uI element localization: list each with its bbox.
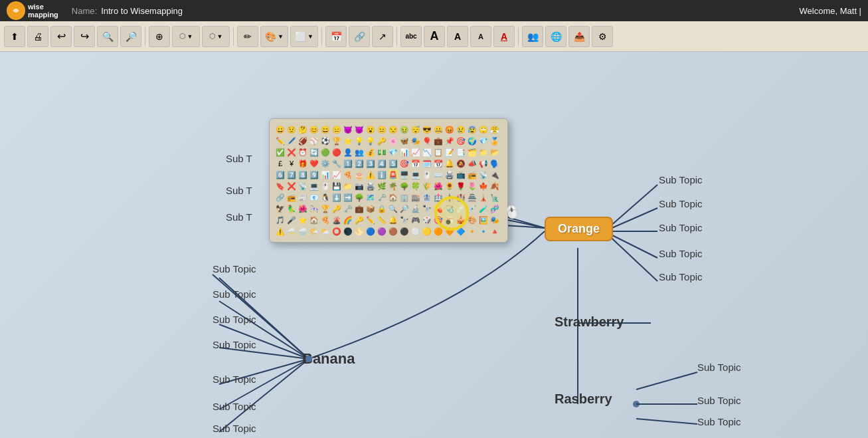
icon-cell[interactable]: 🎤	[286, 215, 297, 225]
icon-cell[interactable]: 🔭	[422, 203, 432, 214]
icon-cell[interactable]: 🌈	[343, 215, 353, 225]
icon-cell[interactable]: 1️⃣	[343, 158, 353, 169]
icon-cell[interactable]: 🔬	[410, 203, 421, 214]
icon-cell[interactable]: ℹ️	[377, 169, 387, 180]
icon-cell[interactable]: 😑	[331, 124, 342, 135]
icon-cell[interactable]: 📑	[456, 147, 466, 158]
icon-cell[interactable]: ⚠️	[365, 169, 376, 180]
icon-cell[interactable]: 🧪	[478, 203, 489, 214]
icon-cell[interactable]: 🌧️	[298, 226, 308, 237]
icon-cell[interactable]: 🤐	[433, 124, 444, 135]
icon-cell[interactable]: 😐	[377, 124, 387, 135]
icon-cell[interactable]: 🗝️	[377, 192, 387, 203]
icon-cell[interactable]: 🏥	[433, 192, 444, 203]
icon-cell[interactable]: 🌳	[354, 192, 365, 203]
icon-cell[interactable]: 🏢	[399, 192, 410, 203]
icon-cell[interactable]: 🖨️	[444, 169, 455, 180]
strawberry-node[interactable]: Strawberry	[555, 314, 624, 330]
shape-button[interactable]: ⬜▼	[290, 26, 318, 47]
subtopic-right-4[interactable]: Sub Topic	[659, 248, 703, 259]
icon-cell[interactable]: 🗺️	[365, 192, 376, 203]
orange-node[interactable]: Orange	[545, 217, 613, 241]
icon-cell[interactable]: 🎨	[467, 215, 477, 225]
icon-cell[interactable]: 🎪	[456, 215, 466, 225]
subtopic-raspberry-2[interactable]: Sub Topic	[697, 395, 741, 406]
icon-cell[interactable]: 🔑	[331, 203, 342, 214]
icon-cell[interactable]: 💻	[410, 169, 421, 180]
font-large-button[interactable]: A	[424, 26, 445, 47]
icon-cell[interactable]: 2️⃣	[354, 158, 365, 169]
subtopic-banana-2[interactable]: Sub Topic	[213, 288, 256, 300]
icon-cell[interactable]: 📊	[399, 147, 410, 158]
icon-cell[interactable]: 😤	[489, 124, 500, 135]
users-button[interactable]: 👥	[522, 26, 543, 47]
icon-cell[interactable]: 4️⃣	[377, 158, 387, 169]
globe-button[interactable]: 🌐	[545, 26, 566, 47]
icon-cell[interactable]: ¥	[286, 158, 297, 169]
icon-cell[interactable]: 🔖	[275, 181, 286, 191]
icon-cell[interactable]: 🌺	[433, 181, 444, 191]
icon-cell[interactable]: 🔧	[331, 158, 342, 169]
icon-cell[interactable]: 🏈	[298, 136, 308, 146]
icon-cell[interactable]: 🦅	[275, 203, 286, 214]
icon-cell[interactable]: 🗼	[478, 192, 489, 203]
icon-cell[interactable]: 🖨️	[365, 181, 376, 191]
icon-cell[interactable]: 😴	[410, 124, 421, 135]
icon-cell[interactable]: 🌻	[444, 181, 455, 191]
icon-cell[interactable]: 📁	[478, 147, 489, 158]
icon-cell[interactable]: ➡️	[343, 192, 353, 203]
calendar-button[interactable]: 📅	[325, 26, 347, 47]
icon-cell[interactable]: 🟤	[388, 226, 398, 237]
icon-cell[interactable]: 📣	[467, 158, 477, 169]
icon-cell[interactable]: 😟	[286, 124, 297, 135]
icon-cell[interactable]: 🔕	[456, 158, 466, 169]
subtopic-banana-4[interactable]: Sub Topic	[213, 339, 256, 350]
icon-cell[interactable]: 🙄	[478, 124, 489, 135]
icon-cell[interactable]: 📈	[331, 169, 342, 180]
icon-cell[interactable]: 6️⃣	[275, 169, 286, 180]
icon-cell[interactable]: 🖼️	[478, 215, 489, 225]
icon-cell[interactable]: 🏠	[309, 215, 319, 225]
icon-cell[interactable]: 🔑	[377, 136, 387, 146]
icon-cell[interactable]: 🔵	[365, 226, 376, 237]
icon-cell[interactable]: 🎵	[275, 215, 286, 225]
icon-cell[interactable]: 🔹	[478, 226, 489, 237]
icon-cell[interactable]: ⛅	[320, 226, 331, 237]
icon-cell[interactable]: 🎈	[422, 136, 432, 146]
icon-cell[interactable]: 💾	[331, 181, 342, 191]
icon-cell[interactable]: 👥	[354, 147, 365, 158]
icon-cell[interactable]: 📷	[354, 181, 365, 191]
icon-cell[interactable]: 9️⃣	[309, 169, 319, 180]
icon-cell[interactable]: 🏅	[489, 136, 500, 146]
icon-cell[interactable]: 😢	[456, 124, 466, 135]
icon-cell[interactable]: ⚠️	[275, 226, 286, 237]
icon-cell[interactable]: 😎	[422, 124, 432, 135]
icon-cell[interactable]: 🔒	[377, 203, 387, 214]
icon-cell[interactable]: ⚫	[399, 226, 410, 237]
icon-cell[interactable]: 🗂️	[467, 147, 477, 158]
subtopic-left-2[interactable]: Sub T	[226, 185, 252, 196]
subtopic-banana-5[interactable]: Sub Topic	[213, 374, 256, 385]
subtopic-left-3[interactable]: Sub T	[226, 211, 252, 223]
icon-cell[interactable]: ⚾	[309, 136, 319, 146]
icon-cell[interactable]: 🍂	[489, 181, 500, 191]
icon-cell[interactable]: 🎯	[433, 215, 444, 225]
icon-cell[interactable]: 🏦	[422, 192, 432, 203]
center-button[interactable]: ⊕	[149, 26, 170, 47]
icon-cell[interactable]: 📁	[343, 181, 353, 191]
icon-cell[interactable]: 🎭	[410, 136, 421, 146]
icon-cell[interactable]: 📋	[433, 147, 444, 158]
icon-cell[interactable]: 🍕	[320, 215, 331, 225]
icon-cell[interactable]: 🌹	[456, 181, 466, 191]
arrow-button[interactable]: ↗	[372, 26, 393, 47]
undo-button[interactable]: ↩	[50, 26, 72, 47]
topic-button[interactable]: ⬡▼	[172, 26, 200, 47]
export-button[interactable]: 📤	[568, 26, 590, 47]
icon-cell[interactable]: 📉	[422, 147, 432, 158]
icon-cell[interactable]: ⌨️	[433, 169, 444, 180]
icon-cell[interactable]: 🤔	[298, 124, 308, 135]
icon-cell[interactable]: 🗓️	[422, 158, 432, 169]
icon-cell[interactable]: 🦜	[286, 203, 297, 214]
icon-cell[interactable]: 🔍	[388, 203, 398, 214]
icon-cell[interactable]: 📢	[478, 158, 489, 169]
